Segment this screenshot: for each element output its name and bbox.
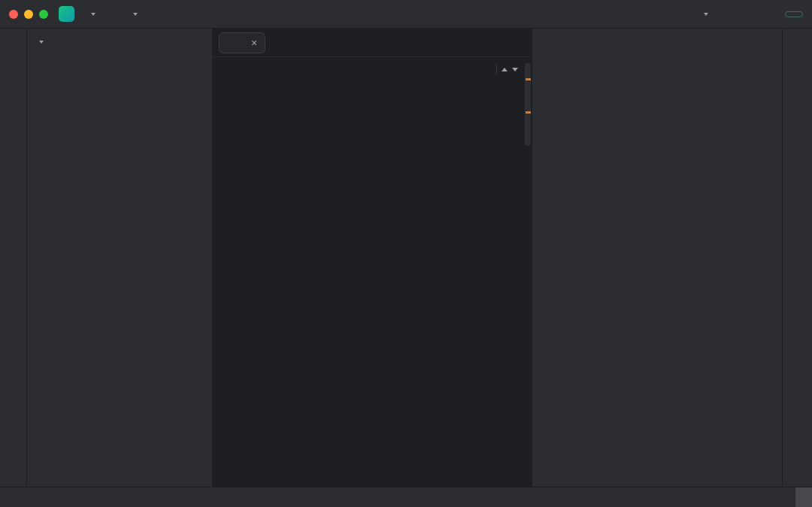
indent-icon	[745, 491, 757, 503]
warning-stripe-mark[interactable]	[526, 78, 531, 80]
titlebar	[0, 0, 812, 29]
project-logo	[59, 6, 74, 22]
write-access-widget[interactable]	[772, 491, 784, 503]
unlock-icon	[772, 491, 784, 503]
left-toolbar	[0, 29, 27, 487]
window-controls	[9, 10, 48, 19]
warning-icon	[112, 8, 124, 20]
database-panel	[532, 29, 782, 487]
project-panel	[27, 29, 213, 487]
scrollbar-thumb[interactable]	[525, 63, 531, 146]
chevron-down-icon	[39, 41, 44, 44]
main-area: ×	[0, 29, 812, 487]
ide-window: ×	[0, 0, 812, 507]
project-selector[interactable]	[80, 10, 102, 19]
database-toolbar	[532, 55, 782, 77]
project-tree	[27, 55, 212, 487]
right-toolbar	[782, 29, 812, 487]
chevron-down-icon	[133, 13, 138, 16]
close-window-button[interactable]	[9, 10, 18, 19]
tab-mybatiscodegenerator-java[interactable]: ×	[219, 32, 265, 53]
zoom-window-button[interactable]	[39, 10, 48, 19]
status-bar-widgets	[711, 487, 812, 507]
prev-problem-icon[interactable]	[501, 68, 508, 71]
warning-stripe-mark[interactable]	[526, 111, 531, 114]
start-free-trial-button[interactable]	[785, 11, 803, 17]
project-panel-header[interactable]	[27, 29, 212, 55]
inspections-widget[interactable]	[475, 63, 518, 75]
warning-icon	[475, 63, 487, 75]
editor-lines	[213, 57, 532, 487]
close-tab-icon[interactable]: ×	[251, 38, 257, 48]
app-icon	[681, 8, 693, 20]
editor-area: ×	[213, 29, 532, 487]
minimize-window-button[interactable]	[24, 10, 33, 19]
chevron-down-icon	[704, 13, 708, 16]
branch-widget[interactable]	[106, 5, 144, 23]
chevron-down-icon	[91, 13, 95, 16]
database-tree	[532, 77, 782, 487]
editor-scrollbar[interactable]	[524, 57, 532, 487]
editor-tabbar: ×	[213, 29, 532, 57]
run-configuration-selector[interactable]	[675, 5, 714, 23]
memory-indicator[interactable]	[795, 487, 812, 507]
status-bar	[0, 487, 812, 507]
indent-widget[interactable]	[745, 491, 761, 503]
next-problem-icon[interactable]	[512, 68, 518, 71]
class-icon	[227, 37, 239, 49]
database-panel-header[interactable]	[532, 29, 782, 55]
